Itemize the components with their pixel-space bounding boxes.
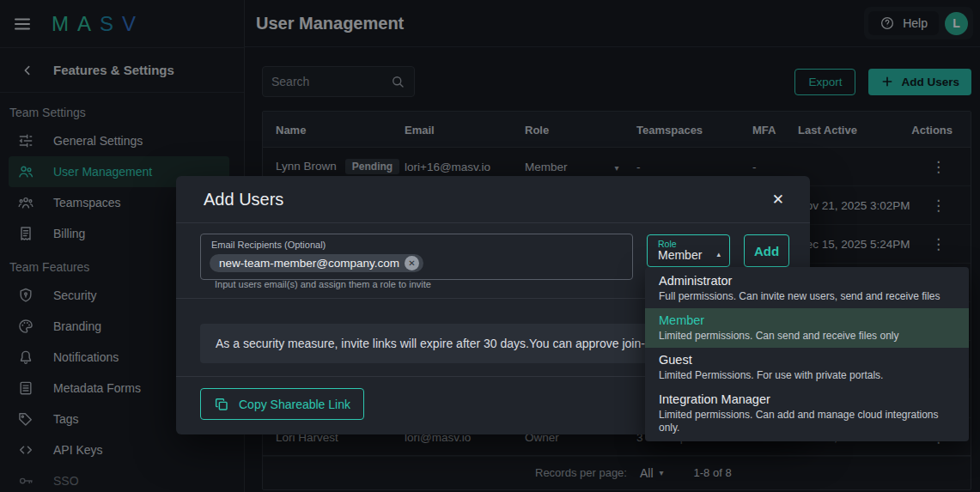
copy-shareable-link-button[interactable]: Copy Shareable Link: [200, 388, 364, 420]
role-option-guest[interactable]: Guest Limited Permissions. For use with …: [645, 348, 969, 387]
role-option-title: Integration Manager: [659, 392, 955, 407]
role-option-member[interactable]: Member Limited permissions. Can send and…: [645, 308, 969, 348]
caret-up-icon: ▴: [716, 250, 721, 258]
email-recipients-field[interactable]: Email Recipients (Optional) new-team-mem…: [200, 234, 633, 280]
role-dropdown-menu: Administrator Full permissions. Can invi…: [645, 267, 969, 441]
close-icon[interactable]: ✕: [772, 192, 784, 207]
role-option-desc: Limited permissions. Can add and manage …: [659, 409, 955, 434]
app-root: MASV Features & Settings Team Settings G…: [0, 0, 980, 492]
role-option-desc: Limited permissions. Can send and receiv…: [659, 330, 955, 343]
role-option-title: Member: [659, 313, 955, 328]
role-option-desc: Limited Permissions. For use with privat…: [659, 369, 955, 382]
role-option-integration-manager[interactable]: Integration Manager Limited permissions.…: [645, 387, 969, 440]
email-chip: new-team-member@company.com ✕: [210, 254, 423, 272]
chip-remove-icon[interactable]: ✕: [405, 256, 419, 270]
email-recipients-label: Email Recipients (Optional): [211, 240, 326, 250]
role-select[interactable]: Role Member ▴: [647, 234, 730, 267]
modal-title: Add Users: [204, 190, 283, 210]
email-chip-text: new-team-member@company.com: [219, 257, 399, 270]
role-option-desc: Full permissions. Can invite new users, …: [659, 290, 955, 303]
modal-add-button[interactable]: Add: [744, 234, 789, 267]
copy-link-label: Copy Shareable Link: [239, 398, 350, 411]
role-option-administrator[interactable]: Administrator Full permissions. Can invi…: [645, 269, 969, 308]
email-helper-text: Input users email(s) and assign them a r…: [215, 279, 431, 289]
role-option-title: Administrator: [659, 273, 955, 289]
modal-header: Add Users ✕: [176, 176, 810, 223]
role-select-value: Member: [658, 248, 702, 262]
copy-icon: [214, 397, 229, 412]
role-option-title: Guest: [659, 352, 955, 367]
